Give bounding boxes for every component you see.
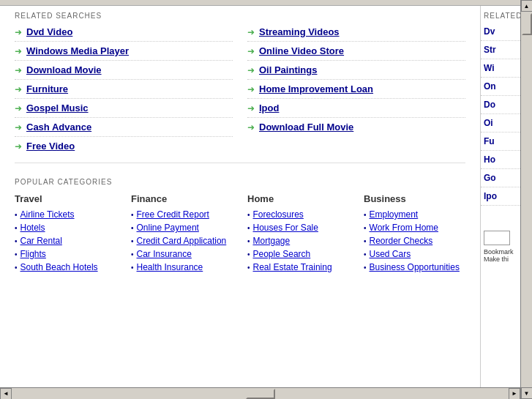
- category-link-credit-card[interactable]: Credit Card Application: [137, 236, 227, 246]
- right-link-5[interactable]: Oi: [481, 114, 520, 133]
- category-link-business-opps[interactable]: Business Opportunities: [370, 262, 460, 272]
- category-link-airline-tickets[interactable]: Airline Tickets: [20, 209, 75, 220]
- bullet-icon: •: [131, 250, 134, 258]
- search-link-windows-media-player[interactable]: Windows Media Player: [26, 45, 129, 56]
- bullet-icon: •: [131, 237, 134, 245]
- list-item: •Free Credit Report: [131, 208, 233, 221]
- top-bar: [0, 0, 520, 6]
- search-link-gospel-music[interactable]: Gospel Music: [26, 102, 89, 113]
- search-link-streaming-videos[interactable]: Streaming Videos: [259, 26, 340, 37]
- right-link-0[interactable]: Dv: [481, 23, 520, 41]
- category-link-people-search[interactable]: People Search: [253, 249, 311, 259]
- list-item: •Business Opportunities: [364, 261, 465, 274]
- list-item: •Car Rental: [15, 234, 116, 247]
- category-link-car-insurance[interactable]: Car Insurance: [137, 249, 192, 259]
- list-item: ➜ Cash Advance: [15, 118, 233, 137]
- category-link-work-from-home[interactable]: Work From Home: [370, 223, 438, 233]
- list-item: ➜ Oil Paintings: [247, 61, 465, 80]
- search-link-free-video[interactable]: Free Video: [26, 141, 75, 152]
- list-item: •Work From Home: [364, 221, 465, 234]
- category-list-home: •Foreclosures •Houses For Sale •Mortgage…: [247, 208, 349, 274]
- scrollbar-track-horizontal[interactable]: [12, 388, 509, 400]
- bullet-icon: •: [364, 250, 367, 258]
- right-link-1[interactable]: Str: [481, 41, 520, 59]
- category-link-reorder-checks[interactable]: Reorder Checks: [370, 236, 433, 246]
- right-link-4[interactable]: Do: [481, 96, 520, 114]
- search-link-ipod[interactable]: Ipod: [259, 102, 279, 113]
- category-link-employment[interactable]: Employment: [370, 209, 419, 220]
- scroll-right-button[interactable]: ►: [509, 388, 520, 400]
- category-link-hotels[interactable]: Hotels: [20, 223, 45, 233]
- search-link-cash-advance[interactable]: Cash Advance: [26, 122, 91, 133]
- list-item: ➜ Home Improvement Loan: [247, 80, 465, 99]
- category-col-travel: Travel •Airline Tickets •Hotels •Car Ren…: [15, 193, 116, 274]
- category-link-car-rental[interactable]: Car Rental: [20, 236, 62, 246]
- right-link-9[interactable]: Ipo: [481, 187, 520, 206]
- right-link-2[interactable]: Wi: [481, 59, 520, 78]
- bullet-icon: •: [15, 250, 18, 258]
- search-link-furniture[interactable]: Furniture: [26, 83, 68, 94]
- category-link-used-cars[interactable]: Used Cars: [370, 249, 411, 259]
- scrollbar-thumb-vertical[interactable]: [522, 13, 532, 35]
- scrollbar-vertical[interactable]: ▲ ▼: [520, 0, 532, 399]
- bullet-icon: •: [247, 237, 250, 245]
- bullet-icon: •: [131, 224, 134, 232]
- bullet-icon: •: [247, 224, 250, 232]
- right-link-6[interactable]: Fu: [481, 133, 520, 151]
- content-wrapper: RELATED SEARCHES ➜ Dvd Video ➜ Windows M…: [0, 6, 520, 387]
- scroll-up-button[interactable]: ▲: [521, 0, 533, 12]
- list-item: ➜ Ipod: [247, 99, 465, 118]
- right-link-8[interactable]: Go: [481, 169, 520, 187]
- categories-grid: Travel •Airline Tickets •Hotels •Car Ren…: [15, 193, 465, 274]
- category-link-health-insurance[interactable]: Health Insurance: [137, 262, 203, 272]
- scrollbar-thumb-horizontal[interactable]: [246, 389, 275, 399]
- category-link-real-estate[interactable]: Real Estate Training: [253, 262, 332, 272]
- bullet-icon: •: [364, 224, 367, 232]
- search-link-download-movie[interactable]: Download Movie: [26, 64, 102, 75]
- arrow-icon: ➜: [247, 122, 255, 133]
- search-link-dvd-video[interactable]: Dvd Video: [26, 26, 72, 37]
- category-list-business: •Employment •Work From Home •Reorder Che…: [364, 208, 465, 274]
- list-item: •Foreclosures: [247, 208, 349, 221]
- category-link-flights[interactable]: Flights: [20, 249, 46, 259]
- scrollbar-horizontal[interactable]: ◄ ►: [0, 387, 520, 399]
- search-col-left: ➜ Dvd Video ➜ Windows Media Player ➜ Dow…: [7, 23, 240, 155]
- scroll-right-icon: ►: [512, 390, 517, 397]
- list-item: ➜ Download Full Movie: [247, 118, 465, 136]
- category-link-online-payment[interactable]: Online Payment: [137, 223, 199, 233]
- arrow-icon: ➜: [15, 46, 22, 56]
- arrow-icon: ➜: [247, 84, 255, 94]
- bullet-icon: •: [247, 264, 250, 272]
- bullet-icon: •: [15, 237, 18, 245]
- list-item: ➜ Download Movie: [15, 61, 233, 80]
- search-link-home-improvement[interactable]: Home Improvement Loan: [259, 83, 373, 94]
- list-item: •Credit Card Application: [131, 234, 233, 247]
- search-link-oil-paintings[interactable]: Oil Paintings: [259, 64, 317, 75]
- arrow-icon: ➜: [15, 65, 22, 75]
- main-content-area: RELATED SEARCHES ➜ Dvd Video ➜ Windows M…: [0, 0, 520, 387]
- category-link-mortgage[interactable]: Mortgage: [253, 236, 291, 246]
- bullet-icon: •: [247, 211, 250, 219]
- category-link-foreclosures[interactable]: Foreclosures: [253, 209, 304, 220]
- scroll-down-button[interactable]: ▼: [521, 387, 533, 399]
- list-item: ➜ Dvd Video: [15, 23, 233, 42]
- list-item: •Reorder Checks: [364, 234, 465, 247]
- category-title-travel: Travel: [15, 193, 116, 204]
- category-link-south-beach[interactable]: South Beach Hotels: [20, 262, 98, 272]
- right-link-3[interactable]: On: [481, 78, 520, 96]
- bookmark-input[interactable]: [484, 231, 510, 245]
- scrollbar-track-vertical[interactable]: [521, 12, 533, 387]
- category-link-free-credit[interactable]: Free Credit Report: [137, 209, 209, 220]
- search-link-online-video-store[interactable]: Online Video Store: [259, 45, 344, 56]
- category-link-houses-for-sale[interactable]: Houses For Sale: [253, 223, 318, 233]
- list-item: •Flights: [15, 247, 116, 261]
- list-item: ➜ Online Video Store: [247, 42, 465, 61]
- bullet-icon: •: [15, 211, 18, 219]
- search-link-download-full-movie[interactable]: Download Full Movie: [259, 122, 353, 133]
- right-link-7[interactable]: Ho: [481, 151, 520, 169]
- arrow-icon: ➜: [15, 103, 22, 113]
- category-col-home: Home •Foreclosures •Houses For Sale •Mor…: [247, 193, 349, 274]
- scroll-left-button[interactable]: ◄: [0, 388, 12, 400]
- bullet-icon: •: [131, 264, 134, 272]
- popular-categories-header: POPULAR CATEGORIES: [15, 178, 465, 186]
